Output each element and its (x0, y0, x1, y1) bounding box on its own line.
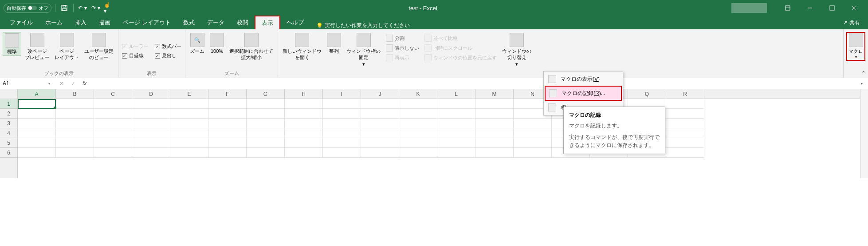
column-header[interactable]: G (247, 89, 285, 99)
cell[interactable] (285, 99, 323, 109)
cell[interactable] (170, 109, 208, 119)
tab-draw[interactable]: 描画 (93, 16, 117, 29)
cell[interactable] (437, 148, 475, 158)
cell[interactable] (247, 138, 285, 148)
split-button[interactable]: 分割 (384, 34, 421, 43)
cell[interactable] (94, 128, 132, 138)
cell[interactable] (285, 109, 323, 119)
tab-help[interactable]: ヘルプ (280, 16, 310, 29)
cell[interactable] (18, 119, 56, 128)
cell[interactable] (56, 128, 94, 138)
cell[interactable] (208, 109, 247, 119)
cell[interactable] (666, 119, 704, 128)
cell[interactable] (437, 109, 475, 119)
cell[interactable] (323, 119, 361, 128)
cell[interactable] (437, 138, 475, 148)
cell[interactable] (18, 128, 56, 138)
cell[interactable] (323, 109, 361, 119)
cell[interactable] (208, 138, 247, 148)
arrange-button[interactable]: 整列 (325, 32, 343, 55)
headings-checkbox[interactable]: ✓ 見出し (154, 52, 182, 60)
maximize-button[interactable] (822, 0, 842, 16)
cell[interactable] (247, 119, 285, 128)
cell[interactable] (170, 119, 208, 128)
undo-icon[interactable]: ↶ ▾ (77, 3, 88, 13)
tab-insert[interactable]: 挿入 (69, 16, 93, 29)
cell[interactable] (18, 138, 56, 148)
zoom-button[interactable]: 🔍 ズーム (188, 32, 206, 55)
cell[interactable] (666, 138, 704, 148)
tab-home[interactable]: ホーム (39, 16, 69, 29)
cell[interactable] (475, 128, 514, 138)
cell[interactable] (247, 99, 285, 109)
cell[interactable] (475, 138, 514, 148)
row-header[interactable]: 3 (0, 119, 17, 128)
hide-button[interactable]: 表示しない (384, 44, 421, 52)
cell[interactable] (323, 128, 361, 138)
cell[interactable] (94, 99, 132, 109)
cell[interactable] (285, 148, 323, 158)
cell[interactable] (361, 109, 399, 119)
cell[interactable] (56, 138, 94, 148)
tab-page-layout[interactable]: ページ レイアウト (117, 16, 177, 29)
cell[interactable] (170, 138, 208, 148)
row-header[interactable]: 6 (0, 148, 17, 158)
page-layout-view-button[interactable]: ページ レイアウト (53, 32, 81, 62)
cell[interactable] (94, 119, 132, 128)
freeze-panes-button[interactable]: ウィンドウ枠の 固定 ▾ (345, 32, 382, 68)
cell[interactable] (475, 148, 514, 158)
cell[interactable] (399, 119, 437, 128)
formula-bar-input[interactable] (93, 78, 856, 89)
cell[interactable] (666, 109, 704, 119)
cell[interactable] (56, 119, 94, 128)
cell[interactable] (437, 99, 475, 109)
cell[interactable] (247, 128, 285, 138)
cell[interactable] (666, 148, 704, 158)
column-header[interactable]: M (475, 89, 514, 99)
cell[interactable] (399, 128, 437, 138)
switch-windows-button[interactable]: ウィンドウの 切り替え ▾ (500, 32, 533, 68)
cell[interactable] (323, 148, 361, 158)
cell[interactable] (132, 99, 170, 109)
column-header[interactable]: R (666, 89, 704, 99)
close-button[interactable] (844, 0, 864, 16)
tab-file[interactable]: ファイル (4, 16, 39, 29)
menu-view-macros[interactable]: マクロの表示(V) (545, 72, 622, 86)
select-all-corner[interactable] (0, 89, 17, 99)
cell[interactable] (170, 99, 208, 109)
hundred-percent-button[interactable]: 100% (208, 32, 226, 55)
column-header[interactable]: B (56, 89, 94, 99)
page-break-button[interactable]: 改ページ プレビュー (23, 32, 51, 62)
column-header[interactable]: H (285, 89, 323, 99)
cell[interactable] (94, 138, 132, 148)
cell[interactable] (208, 128, 247, 138)
cell[interactable] (323, 138, 361, 148)
gridlines-checkbox[interactable]: ✓ 目盛線 (121, 52, 149, 60)
save-icon[interactable] (59, 3, 70, 13)
column-header[interactable]: L (437, 89, 475, 99)
cell[interactable] (361, 99, 399, 109)
cell[interactable] (94, 109, 132, 119)
macros-button[interactable]: マクロ ▾ (846, 32, 865, 61)
row-header[interactable]: 1 (0, 99, 17, 109)
cell[interactable] (132, 128, 170, 138)
cell[interactable] (514, 148, 552, 158)
ribbon-options-button[interactable] (778, 0, 798, 16)
cell[interactable] (132, 109, 170, 119)
cell[interactable] (18, 109, 56, 119)
cell[interactable] (247, 109, 285, 119)
column-header[interactable]: J (361, 89, 399, 99)
cell[interactable] (208, 148, 247, 158)
cell[interactable] (666, 99, 704, 109)
column-header[interactable]: F (208, 89, 247, 99)
cell[interactable] (285, 138, 323, 148)
cell[interactable] (437, 119, 475, 128)
cell[interactable] (666, 128, 704, 138)
share-button[interactable]: ↗ 共有 (839, 16, 864, 29)
vertical-scrollbar[interactable] (860, 89, 868, 178)
cell[interactable] (56, 109, 94, 119)
new-window-button[interactable]: 新しいウィンドウ を開く (281, 32, 323, 62)
cell[interactable] (132, 148, 170, 158)
cell[interactable] (132, 138, 170, 148)
cell[interactable] (514, 119, 552, 128)
